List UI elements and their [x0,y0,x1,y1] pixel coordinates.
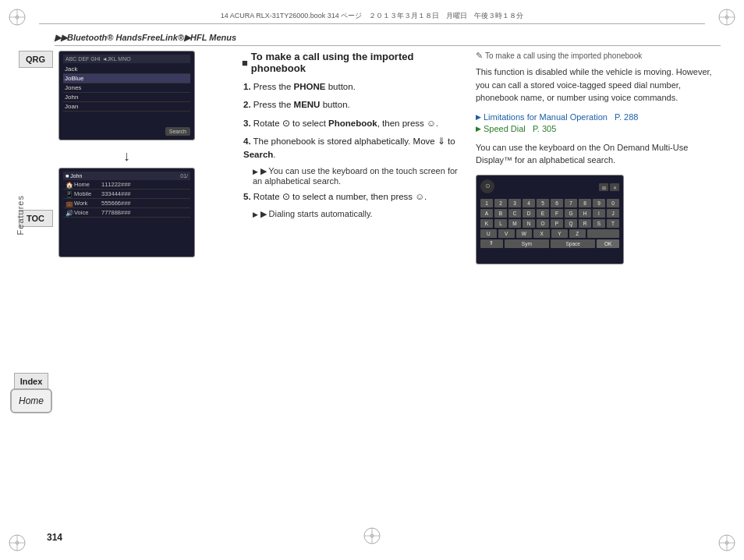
main-content: ABC DEF GHI ◄JKL MNO Jack JoBlue Jones J… [58,51,721,521]
note-body-2: You can use the keyboard on the On Deman… [476,141,721,167]
sidebar-index-button[interactable]: Index [14,373,48,390]
kb-row-4: U V W X Y Z [480,229,619,238]
corner-decoration-tr [716,6,738,28]
breadcrumb-rule [55,45,721,46]
kb-row-2: A B C D E F G H I J [480,209,619,218]
instruction-title: To make a call using the imported phoneb… [242,51,468,74]
screen2-row-home: 🏠 Home 111222### [63,180,190,190]
kb-row-3: K L M N O P Q R S T [480,219,619,228]
step-2: 2. Press the MENU button. [242,98,468,112]
screen2-row-voice: 🔊 Voice 777888### [63,208,190,218]
steps-list: 1. Press the PHONE button. 2. Press the … [242,80,468,219]
left-column: ABC DEF GHI ◄JKL MNO Jack JoBlue Jones J… [58,51,238,257]
kb-icon-1: ⊞ [599,183,608,191]
step-1: 1. Press the PHONE button. [242,80,468,94]
page-number: 314 [47,532,62,543]
step-3: 3. Rotate ⊙ to select Phonebook, then pr… [242,117,468,130]
corner-decoration-br [716,532,738,554]
kb-dial-icon: ⊙ [480,179,494,193]
limitations-link[interactable]: Limitations for Manual Operation P. 288 [476,112,721,122]
keyboard-screen: ⊙ ⊞ ✕ 1 2 3 4 5 6 7 8 9 0 [476,175,624,264]
screen1-search-button[interactable]: Search [165,127,190,136]
corner-decoration-tl [6,6,28,28]
step-5-sub: ▶ Dialing starts automatically. [242,209,468,219]
step-5: 5. Rotate ⊙ to select a number, then pre… [242,190,468,204]
sidebar-qrg-button[interactable]: QRG [19,51,53,68]
speed-dial-link[interactable]: Speed Dial P. 305 [476,124,721,133]
screen1-row-john: John [63,93,190,102]
screen1-row-joblue: JoBlue [63,74,190,83]
sidebar-home-button[interactable]: Home [10,388,52,413]
screen2-row-mobile: 📱 Mobile 333444### [63,190,190,199]
corner-decoration-bl [6,532,28,554]
middle-column: To make a call using the imported phoneb… [242,51,468,219]
top-meta: 14 ACURA RLX-31TY26000.book 314 ページ ２０１３… [39,11,705,24]
screen2-row-work: 💼 Work 555666### [63,199,190,208]
bottom-center-decoration [361,525,383,549]
screen1-row-joan: Joan [63,102,190,112]
screen-1: ABC DEF GHI ◄JKL MNO Jack JoBlue Jones J… [58,51,195,140]
kb-row-1: 1 2 3 4 5 6 7 8 9 0 [480,199,619,207]
note-body-1: This function is disabled while the vehi… [476,66,721,105]
screen-2: ■ John 01/ 🏠 Home 111222### 📱 Mobile 333… [58,168,195,257]
right-column: To make a call using the imported phoneb… [476,51,721,264]
kb-row-5: ⇑ Sym Space OK [480,239,619,248]
sidebar-features-label: Features [16,195,25,235]
step-4-sub: ▶ You can use the keyboard on the touch … [242,166,468,186]
screen1-header: ABC DEF GHI ◄JKL MNO [63,55,190,63]
step-4: 4. The phonebook is stored alphabeticall… [242,135,468,162]
home-label: Home [19,395,44,406]
down-arrow: ↓ [58,145,195,168]
screen1-row-jones: Jones [63,83,190,93]
note-header: To make a call using the imported phoneb… [476,51,721,61]
kb-icon-2: ✕ [610,183,619,191]
screen1-row-jack: Jack [63,65,190,74]
breadcrumb: ▶▶Bluetooth® HandsFreeLink®▶HFL Menus [55,33,236,43]
screen2-header: ■ John 01/ [63,172,190,180]
